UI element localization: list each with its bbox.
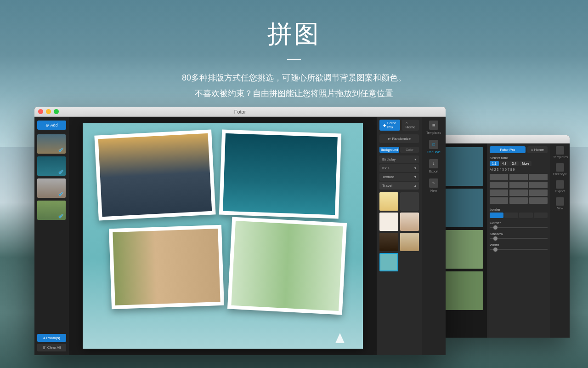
- back-canvas-column: [441, 144, 487, 338]
- home-button[interactable]: ⌂ Home: [402, 120, 419, 131]
- template-grid[interactable]: [490, 174, 548, 204]
- photo-tray: ⊕ Add ✔ ✔ ✔ ✔ 4 Photo(s) 🗑 Clear All: [34, 117, 69, 355]
- select-ratio-label: Select ratio: [490, 156, 548, 160]
- tab-color[interactable]: Color: [400, 147, 419, 153]
- collage-photo[interactable]: [109, 225, 224, 309]
- collage-preview: [445, 189, 483, 227]
- background-swatch[interactable]: [400, 233, 419, 251]
- randomize-button[interactable]: ⇄ Randomize: [379, 134, 419, 143]
- photo-thumbnail[interactable]: ✔: [37, 201, 66, 220]
- clear-all-button[interactable]: 🗑 Clear All: [37, 344, 66, 351]
- hero-section: 拼图 80多种排版方式任您挑选，可随心所欲调节背景图案和颜色。 不喜欢被约束？自…: [0, 0, 588, 101]
- shadow-label: Shadow: [490, 232, 548, 236]
- category-texture[interactable]: Texture▾: [379, 173, 419, 181]
- window-chrome: Fotor: [34, 107, 446, 117]
- hero-divider: [287, 59, 301, 60]
- back-tool-rail: Templates FreeStyle Export New: [550, 144, 570, 338]
- tool-templates[interactable]: Templates: [553, 146, 567, 159]
- window-chrome: [441, 135, 570, 144]
- chevron-down-icon: ▾: [414, 157, 416, 161]
- hero-title: 拼图: [0, 17, 588, 51]
- chevron-down-icon: ▾: [414, 166, 416, 170]
- border-label: border: [490, 207, 548, 212]
- check-icon: ✔: [58, 190, 65, 197]
- main-window: Fotor ⊕ Add ✔ ✔ ✔ ✔ 4 Photo(s) 🗑 Clear A…: [34, 107, 446, 355]
- category-kids[interactable]: Kids▾: [379, 164, 419, 172]
- background-swatch[interactable]: [379, 213, 398, 231]
- photo-count: 4 Photo(s): [37, 334, 66, 342]
- category-travel[interactable]: Travel▴: [379, 182, 419, 190]
- tool-rail: ▦Templates ◫FreeStyle ⤓Export ✎New: [422, 117, 446, 355]
- window-title: Fotor: [34, 109, 446, 115]
- secondary-window: Fotor Pro ⌂ Home Select ratio 1:1 4:3 3:…: [441, 135, 570, 338]
- background-swatch[interactable]: [400, 213, 419, 231]
- chevron-up-icon: ▴: [414, 184, 416, 188]
- collage-artboard[interactable]: [83, 123, 363, 349]
- width-slider[interactable]: [490, 249, 548, 250]
- hero-line-1: 80多种排版方式任您挑选，可随心所欲调节背景图案和颜色。: [0, 70, 588, 86]
- tool-freestyle[interactable]: FreeStyle: [553, 163, 567, 176]
- collage-preview: [445, 230, 483, 269]
- background-swatch[interactable]: [400, 192, 419, 211]
- collage-photo[interactable]: [94, 129, 215, 220]
- photo-thumbnail[interactable]: ✔: [37, 178, 66, 198]
- tool-templates[interactable]: ▦Templates: [424, 121, 443, 134]
- tool-freestyle[interactable]: ◫FreeStyle: [424, 140, 443, 154]
- check-icon: ✔: [58, 168, 65, 175]
- border-style-selector[interactable]: [490, 213, 548, 218]
- ratio-selector[interactable]: 1:1 4:3 3:4 More: [490, 161, 548, 166]
- tool-new[interactable]: ✎New: [424, 178, 443, 192]
- chevron-down-icon: ▾: [414, 175, 416, 179]
- home-button[interactable]: ⌂ Home: [527, 146, 548, 153]
- tool-export[interactable]: ⤓Export: [424, 159, 443, 173]
- sailboat-decoration: [335, 333, 345, 343]
- photo-thumbnail[interactable]: ✔: [37, 134, 66, 154]
- corner-label: Corner: [490, 221, 548, 225]
- background-swatch[interactable]: [379, 192, 398, 211]
- background-tabs: Background Color: [379, 147, 419, 153]
- background-swatch-selected[interactable]: [379, 253, 398, 271]
- templates-icon: ▦: [429, 121, 438, 130]
- check-icon: ✔: [58, 213, 65, 219]
- grid-count-selector[interactable]: All 2 3 4 5 6 7 8 9: [490, 168, 548, 171]
- tool-export[interactable]: Export: [553, 180, 567, 193]
- corner-slider[interactable]: [490, 227, 548, 228]
- freestyle-icon: ◫: [429, 140, 438, 149]
- background-swatch[interactable]: [379, 233, 398, 251]
- hero-line-2: 不喜欢被约束？自由拼图能让您将照片拖放到任意位置: [0, 86, 588, 101]
- background-swatch-grid: [379, 190, 419, 273]
- add-photo-button[interactable]: ⊕ Add: [37, 121, 66, 130]
- back-settings-panel: Fotor Pro ⌂ Home Select ratio 1:1 4:3 3:…: [487, 144, 550, 338]
- collage-preview: [445, 147, 483, 186]
- check-icon: ✔: [58, 146, 65, 153]
- collage-canvas[interactable]: [69, 117, 377, 355]
- export-icon: ⤓: [429, 159, 438, 168]
- tool-new[interactable]: New: [553, 197, 567, 210]
- collage-photo[interactable]: [219, 130, 341, 219]
- collage-photo[interactable]: [227, 217, 347, 315]
- width-label: Width: [490, 243, 548, 247]
- photo-thumbnail[interactable]: ✔: [37, 156, 66, 176]
- diamond-icon: ◆: [383, 123, 386, 127]
- right-panel: ◆Fotor Pro ⌂ Home ⇄ Randomize Background…: [377, 117, 446, 355]
- collage-preview: [445, 271, 483, 310]
- pro-button[interactable]: Fotor Pro: [490, 146, 526, 153]
- tab-background[interactable]: Background: [379, 147, 399, 153]
- category-birthday[interactable]: Birthday▾: [379, 155, 419, 163]
- new-icon: ✎: [429, 178, 438, 188]
- shadow-slider[interactable]: [490, 238, 548, 239]
- pro-button[interactable]: ◆Fotor Pro: [379, 120, 400, 131]
